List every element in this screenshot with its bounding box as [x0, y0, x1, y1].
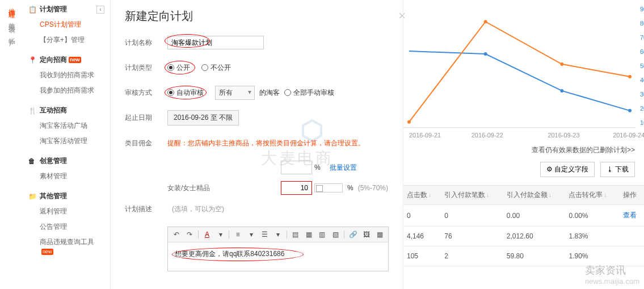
- audit-select[interactable]: 所有: [215, 86, 255, 100]
- svg-text:300: 300: [640, 91, 644, 98]
- view-link[interactable]: 查看: [623, 211, 637, 219]
- download-button[interactable]: ⭳ 下载: [600, 162, 635, 177]
- label-desc: 计划描述: [125, 204, 167, 214]
- radio-private[interactable]: 不公开: [201, 63, 231, 73]
- sidebar-item-joined[interactable]: 我参加的招商需求: [23, 83, 110, 98]
- svg-point-16: [560, 62, 563, 66]
- svg-text:600: 600: [640, 48, 644, 55]
- svg-text:700: 700: [640, 34, 644, 41]
- svg-text:900: 900: [640, 6, 644, 12]
- chevron-down-icon[interactable]: ▾: [246, 229, 256, 240]
- svg-text:2016-09-21: 2016-09-21: [409, 132, 441, 139]
- sidebar-item-material[interactable]: 素材管理: [23, 169, 110, 184]
- label-plan-name: 计划名称: [125, 38, 167, 48]
- group-other[interactable]: 📁 其他管理: [23, 189, 110, 204]
- radio-public[interactable]: 公开: [167, 63, 190, 73]
- download-icon: ⭳: [607, 165, 613, 173]
- svg-point-11: [484, 52, 487, 56]
- badge-new: new: [41, 249, 53, 255]
- vnav-account[interactable]: 帐户: [7, 32, 16, 35]
- collapse-icon[interactable]: ‹: [96, 6, 104, 14]
- right-panel: 900 800 700 600 500 400 300 200 100 2016…: [403, 0, 644, 289]
- col-clicks[interactable]: 点击数↓: [403, 186, 441, 205]
- plan-name-input[interactable]: [167, 36, 264, 49]
- default-pct-input[interactable]: [281, 161, 312, 174]
- y-axis: 900 800 700 600 500 400 300 200 100: [640, 6, 644, 126]
- list-ol-icon[interactable]: ☰: [260, 229, 270, 240]
- line-chart: 900 800 700 600 500 400 300 200 100 2016…: [403, 0, 644, 142]
- align-right-icon[interactable]: ▥: [317, 229, 327, 240]
- sidebar-item-received[interactable]: 我收到的招商需求: [23, 68, 110, 83]
- group-creative[interactable]: 🗑 创意管理: [23, 153, 110, 169]
- col-amount[interactable]: 引入付款金额↓: [503, 186, 566, 205]
- font-color-icon[interactable]: A: [202, 229, 212, 240]
- redo-icon[interactable]: ↷: [185, 229, 195, 240]
- slider[interactable]: [314, 183, 343, 192]
- group-label: 创意管理: [40, 156, 67, 166]
- vertical-nav: 推广管理 效果报表 帐户: [0, 0, 23, 45]
- vnav-report[interactable]: 效果报表: [7, 18, 16, 22]
- col-op: 操作: [620, 186, 644, 205]
- svg-text:2016-09-22: 2016-09-22: [472, 132, 503, 139]
- table-row: 0 0 0.00 0.00% 查看: [403, 205, 644, 227]
- label-date: 起止日期: [125, 113, 167, 123]
- group-label: 定向招商: [40, 55, 67, 65]
- vnav-promo[interactable]: 推广管理: [7, 3, 16, 7]
- group-interactive[interactable]: 🍴 互动招商: [23, 103, 110, 118]
- label-plan-type: 计划类型: [125, 63, 167, 73]
- womens-pct-input[interactable]: [281, 181, 312, 195]
- chevron-down-icon[interactable]: ▾: [273, 229, 283, 240]
- col-orders[interactable]: 引入付款笔数↓: [441, 186, 503, 205]
- svg-point-13: [628, 109, 632, 112]
- series-blue: [409, 51, 630, 111]
- radio-manual-audit[interactable]: 全部手动审核: [284, 88, 334, 98]
- label-category: 类目佣金: [125, 139, 167, 148]
- svg-point-12: [560, 89, 563, 93]
- new-plan-modal: × 新建定向计划 计划名称 计划类型 公开 不公开 审核方式 自动审: [113, 0, 403, 280]
- deleted-plans-link[interactable]: 查看仍有效果数据的已删除计划>>: [532, 146, 635, 154]
- align-left-icon[interactable]: ▤: [291, 229, 301, 240]
- radio-icon: [167, 89, 174, 96]
- list-ul-icon[interactable]: ≡: [233, 229, 243, 240]
- sidebar-item-cps[interactable]: CPS计划管理: [23, 17, 110, 32]
- link-icon[interactable]: 🔗: [348, 229, 358, 240]
- col-cvr[interactable]: 点击转化率↓: [565, 186, 619, 205]
- group-plan[interactable]: 📋 计划管理 ‹: [23, 2, 110, 17]
- image-icon[interactable]: 🖼: [361, 229, 372, 240]
- undo-icon[interactable]: ↶: [171, 229, 182, 240]
- category-warning: 提醒：您店铺内非主推商品，将按照类目佣金计算，请合理设置。: [167, 139, 365, 148]
- radio-icon: [201, 64, 208, 71]
- group-targeted[interactable]: 📍 定向招商 new: [23, 52, 110, 68]
- sidebar-item-violation[interactable]: 商品违规查询工具 new: [23, 234, 110, 258]
- batch-set-link[interactable]: 批量设置: [330, 163, 357, 173]
- svg-point-15: [484, 20, 487, 23]
- custom-fields-button[interactable]: ⚙ 自定义字段: [540, 162, 595, 177]
- chevron-down-icon[interactable]: ▾: [216, 229, 226, 240]
- align-justify-icon[interactable]: ▧: [331, 229, 341, 240]
- editor-body[interactable]: 想要更高佣金，请qq联系840231686: [168, 242, 388, 271]
- radio-auto-audit[interactable]: 自动审核: [167, 88, 204, 98]
- svg-text:2016-09-23: 2016-09-23: [548, 132, 579, 139]
- date-range-button[interactable]: 2016-09-26 至 不限: [167, 110, 239, 125]
- badge-new: new: [69, 57, 81, 63]
- sidebar-item-activity[interactable]: 淘宝客活动管理: [23, 133, 110, 149]
- svg-text:500: 500: [640, 62, 644, 69]
- svg-text:800: 800: [640, 20, 644, 27]
- align-center-icon[interactable]: ▦: [304, 229, 314, 240]
- table-icon[interactable]: ▦: [374, 229, 385, 240]
- sidebar-item-square[interactable]: 淘宝客活动广场: [23, 118, 110, 133]
- footer-watermark: 卖家资讯 news.maijia.com: [585, 263, 639, 286]
- pct-unit: %: [347, 184, 353, 192]
- radio-icon: [167, 64, 174, 71]
- watermark-logo-icon: [301, 119, 323, 142]
- svg-marker-0: [303, 120, 321, 141]
- radio-icon: [284, 89, 291, 96]
- svg-text:100: 100: [640, 119, 644, 126]
- pct-unit: %: [314, 164, 321, 171]
- sidebar-item-rebate[interactable]: 返利管理: [23, 204, 110, 219]
- sidebar-item-share[interactable]: 【分享+】管理: [23, 32, 110, 48]
- sidebar-item-notice[interactable]: 公告管理: [23, 219, 110, 234]
- stats-table: 点击数↓ 引入付款笔数↓ 引入付款金额↓ 点击转化率↓ 操作 0 0 0.00 …: [403, 185, 644, 266]
- clipboard-icon: 📋: [28, 6, 36, 14]
- sidebar: 📋 计划管理 ‹ CPS计划管理 【分享+】管理 📍 定向招商 new 我收到的…: [23, 0, 111, 289]
